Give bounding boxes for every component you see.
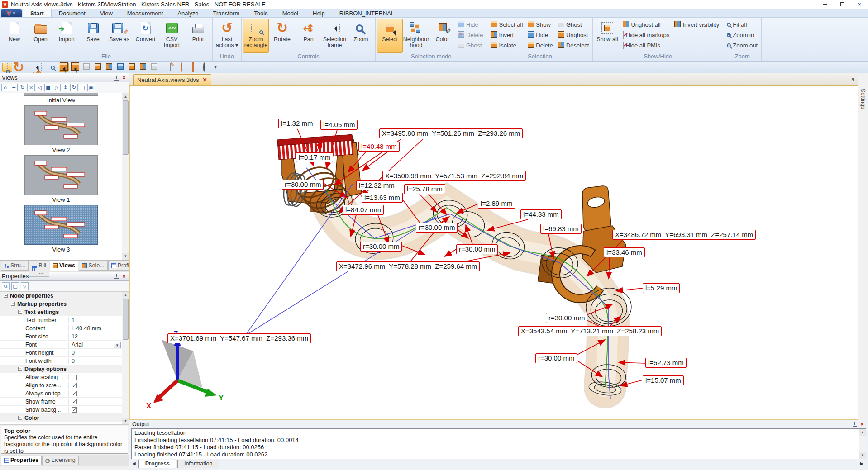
properties-scrollbar[interactable]: ▲ ▼: [122, 292, 129, 424]
scroll-up-icon[interactable]: ▲: [859, 429, 866, 436]
close-icon[interactable]: ×: [27, 84, 35, 91]
property-value[interactable]: 1: [69, 317, 129, 323]
maximize-button[interactable]: [834, 0, 851, 9]
close-icon[interactable]: ×: [121, 273, 127, 280]
property-value[interactable]: 12: [69, 333, 129, 340]
view-thumbnail[interactable]: [24, 105, 98, 145]
select-button[interactable]: [59, 63, 69, 72]
property-row-always-on-top[interactable]: Always on top✓: [0, 389, 129, 398]
pan-button[interactable]: Pan: [296, 19, 321, 53]
property-value[interactable]: l=40.48 mm: [69, 325, 129, 332]
measurement-label[interactable]: l=0.17 mm: [296, 152, 333, 162]
tab-list-chevron-icon[interactable]: ▼: [851, 77, 855, 82]
checkbox[interactable]: [72, 375, 77, 380]
cube-orange-button[interactable]: [127, 63, 137, 72]
settings-side-tab[interactable]: Settings: [858, 73, 868, 420]
view-thumbnail[interactable]: [24, 205, 98, 245]
scroll-down-icon[interactable]: ▼: [122, 253, 129, 260]
measurement-label[interactable]: l=84.07 mm: [343, 205, 384, 215]
property-value[interactable]: ✓: [69, 383, 129, 388]
tab-scroll-right-icon[interactable]: ▶: [860, 460, 865, 466]
property-row-align-to-scre[interactable]: Align to scre...✓: [0, 381, 129, 389]
cube-orange-button[interactable]: [93, 63, 103, 72]
hide-button[interactable]: Hide: [456, 20, 486, 29]
dropdown-chevron-icon[interactable]: ▼: [114, 342, 121, 348]
unghost-all-button[interactable]: Unghost all: [620, 20, 672, 29]
measurement-label[interactable]: l=40.48 mm: [358, 142, 400, 152]
show-all-button[interactable]: Show all: [594, 19, 620, 53]
menu-tab-ribbon-internal[interactable]: RIBBON_INTERNAL: [332, 9, 401, 17]
property-row-font[interactable]: FontArial▼: [0, 341, 129, 349]
checkbox[interactable]: ✓: [72, 399, 77, 404]
export-icon[interactable]: □: [79, 84, 86, 91]
measurement-label[interactable]: X=3543.54 mm Y=713.21 mm Z=258.23 mm: [518, 326, 662, 336]
scroll-up-icon[interactable]: ▲: [122, 93, 129, 100]
delete-button[interactable]: Delete: [456, 30, 486, 39]
zoom-button[interactable]: Zoom: [348, 19, 374, 53]
measurement-label[interactable]: r=30.00 mm: [535, 353, 577, 363]
hide-button[interactable]: Hide: [525, 30, 555, 39]
menu-tab-help[interactable]: Help: [305, 9, 332, 17]
collapse-icon[interactable]: −: [18, 367, 22, 371]
scroll-thumb[interactable]: [123, 299, 129, 340]
rotate-button[interactable]: ↻: [14, 63, 24, 72]
measurement-label[interactable]: l=69.83 mm: [540, 224, 582, 234]
last-actions-button[interactable]: ↺Last actions ▾: [214, 19, 240, 53]
property-value[interactable]: 0: [69, 358, 129, 364]
pin-icon[interactable]: [114, 75, 119, 81]
views-scrollbar[interactable]: ▲ ▼: [122, 93, 129, 260]
output-tab-progress[interactable]: Progress: [138, 460, 176, 468]
new-button[interactable]: New: [1, 19, 27, 53]
convert-button[interactable]: Convert: [133, 19, 158, 53]
deselect-button[interactable]: Deselect: [556, 41, 591, 50]
selection-frame-button[interactable]: Selection frame: [322, 19, 348, 53]
menu-tab-model[interactable]: Model: [275, 9, 305, 17]
measurement-label[interactable]: X=3472.96 mm Y=578.28 mm Z=259.64 mm: [336, 261, 480, 271]
measurement-label[interactable]: X=3701.69 mm Y=547.67 mm Z=293.36 mm: [167, 333, 311, 343]
mk-rect-button[interactable]: [188, 63, 198, 72]
measurement-label[interactable]: l=4.05 mm: [320, 120, 358, 130]
save-as-button[interactable]: ✎Save as: [106, 19, 132, 53]
scroll-down-icon[interactable]: ▼: [122, 418, 129, 424]
print-button[interactable]: Print: [185, 19, 211, 53]
csv-import-button[interactable]: .csvCSV Import: [159, 19, 185, 53]
import-button[interactable]: Import: [54, 19, 80, 53]
menu-tab-start[interactable]: Start: [23, 9, 52, 17]
select-button[interactable]: Select: [377, 19, 403, 53]
panel-tab-stru[interactable]: Stru...: [1, 261, 29, 271]
property-value[interactable]: ✓: [69, 407, 129, 413]
property-row-font-height[interactable]: Font height0: [0, 349, 129, 357]
property-value[interactable]: ✓: [69, 391, 129, 396]
ghost-button[interactable]: Ghost: [456, 41, 486, 50]
measurement-label[interactable]: l=12.32 mm: [356, 180, 397, 190]
menu-tab-view[interactable]: View: [93, 9, 120, 17]
measurement-label[interactable]: l=13.63 mm: [362, 193, 403, 203]
checkbox[interactable]: ✓: [72, 383, 77, 388]
checkbox[interactable]: ✓: [72, 407, 77, 413]
3d-viewport[interactable]: Z Y X l=1.32 mml=4.05 mmX=3495.80 mm Y=5…: [129, 86, 858, 420]
stop-icon[interactable]: ■: [44, 84, 52, 91]
close-button[interactable]: ×: [851, 0, 868, 9]
cube-mix-button[interactable]: [138, 63, 148, 72]
caret-button[interactable]: ▾: [210, 63, 220, 72]
measurement-label[interactable]: l=52.73 mm: [645, 358, 687, 368]
output-tab-information[interactable]: Information: [177, 460, 219, 468]
property-row-show-frame[interactable]: Show frame✓: [0, 398, 129, 406]
cube-ghost-button[interactable]: [149, 63, 159, 72]
measurement-label[interactable]: X=3495.80 mm Y=501.26 mm Z=293.26 mm: [379, 128, 523, 138]
property-value[interactable]: [69, 375, 129, 380]
property-row-text-number[interactable]: Text number1: [0, 316, 129, 324]
measurement-label[interactable]: l=15.07 mm: [643, 375, 684, 385]
close-document-icon[interactable]: ✕: [203, 77, 207, 83]
prev-icon[interactable]: ◁: [36, 84, 43, 91]
show-button[interactable]: Show: [525, 20, 555, 29]
invert-button[interactable]: Invert: [489, 30, 525, 39]
measurement-label[interactable]: l=5.29 mm: [643, 283, 680, 293]
scroll-thumb[interactable]: [123, 100, 129, 155]
scroll-down-icon[interactable]: ▼: [859, 452, 866, 459]
measurement-label[interactable]: r=30.00 mm: [360, 242, 402, 252]
mag-button[interactable]: [48, 63, 57, 72]
fit-icon[interactable]: +: [10, 84, 18, 91]
measurement-label[interactable]: r=30.00 mm: [282, 180, 324, 190]
ghost-button[interactable]: Ghost: [556, 20, 591, 29]
